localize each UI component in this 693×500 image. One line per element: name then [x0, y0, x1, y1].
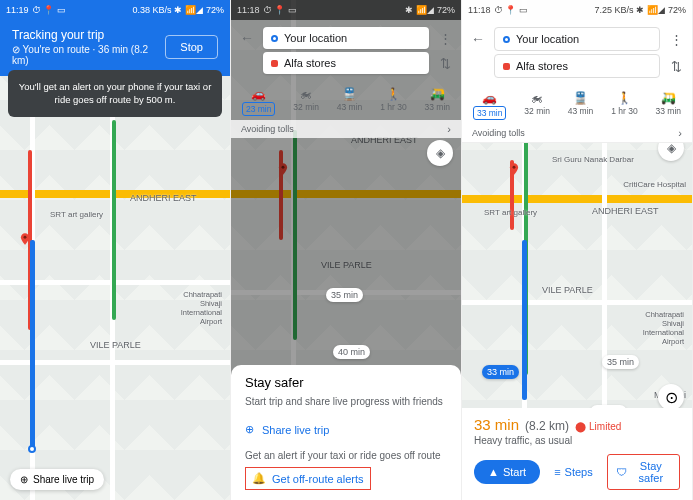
share-live-trip-option[interactable]: ⊕ Share live trip	[245, 417, 447, 442]
mode-car[interactable]: 🚗23 min	[242, 87, 276, 116]
share-label: Share live trip	[262, 424, 329, 436]
label-airport: Chhatrapati Shivaji International Airpor…	[629, 310, 684, 346]
eta-time: 33 min	[474, 416, 519, 433]
stay-safer-sheet: Stay safer Start trip and share live pro…	[231, 365, 461, 500]
walk-icon: 🚶	[617, 91, 632, 105]
label-vileparle: VILE PARLE	[542, 285, 593, 295]
bell-icon: 🔔	[252, 472, 266, 485]
navigate-icon: ▲	[488, 466, 499, 478]
tolls-label: Avoiding tolls	[472, 128, 525, 138]
label-srt: SRT art gallery	[484, 208, 537, 217]
time-chip-35[interactable]: 35 min	[602, 355, 639, 369]
stay-safer-button[interactable]: 🛡Stay safer	[607, 454, 680, 490]
status-bar: 11:18⏱ 📍 ▭ ✱ 📶◢72%	[231, 0, 461, 20]
chevron-right-icon: ›	[447, 123, 451, 135]
train-icon: 🚆	[573, 91, 588, 105]
limited-badge: ⬤Limited	[575, 421, 621, 432]
route-options-strip[interactable]: Avoiding tolls ›	[231, 120, 461, 138]
overflow-menu-icon[interactable]: ⋮	[437, 31, 453, 46]
origin-text: Your location	[516, 33, 579, 45]
label-vileparle: VILE PARLE	[90, 340, 141, 350]
mode-rickshaw[interactable]: 🛺33 min	[656, 91, 682, 120]
back-arrow-icon[interactable]: ←	[239, 30, 255, 46]
destination-pin-icon	[18, 230, 32, 248]
time-chip-35: 35 min	[326, 288, 363, 302]
screen-tracking: ANDHERI EAST VILE PARLE SRT art gallery …	[0, 0, 231, 500]
steps-button[interactable]: ≡Steps	[546, 460, 601, 484]
chevron-right-icon: ›	[678, 127, 682, 139]
layers-button[interactable]: ◈	[427, 140, 453, 166]
travel-mode-tabs: 🚗23 min 🏍32 min 🚆43 min 🚶1 hr 30 🛺33 min	[231, 81, 461, 120]
overflow-menu-icon[interactable]: ⋮	[668, 32, 684, 47]
current-location-dot	[28, 445, 36, 453]
sheet-title: Stay safer	[245, 375, 447, 390]
mode-car-time: 33 min	[473, 106, 507, 120]
share-live-trip-chip[interactable]: ⊕ Share live trip	[10, 469, 104, 490]
mode-walk[interactable]: 🚶1 hr 30	[380, 87, 406, 116]
mode-walk[interactable]: 🚶1 hr 30	[611, 91, 637, 120]
mode-motorcycle[interactable]: 🏍32 min	[293, 87, 319, 116]
stop-button[interactable]: Stop	[165, 35, 218, 59]
svg-point-0	[24, 236, 27, 239]
destination-input[interactable]: Alfa stores	[494, 54, 660, 78]
mode-rick-time: 33 min	[425, 102, 451, 112]
mode-motorcycle[interactable]: 🏍32 min	[524, 91, 550, 120]
mode-car[interactable]: 🚗33 min	[473, 91, 507, 120]
mode-transit[interactable]: 🚆43 min	[568, 91, 594, 120]
person-add-icon: ⊕	[245, 423, 254, 436]
mode-transit-time: 43 min	[568, 106, 594, 116]
time-chip-33-selected[interactable]: 33 min	[482, 365, 519, 379]
mode-car-time: 23 min	[242, 102, 276, 116]
label-gurunanak: Sri Guru Nanak Darbar	[552, 155, 634, 164]
recenter-button[interactable]: ⊙	[658, 384, 684, 410]
safer-label: Stay safer	[631, 460, 671, 484]
directions-header: ← Your location ⋮ Alfa stores ⇅	[462, 20, 692, 85]
mode-walk-time: 1 hr 30	[611, 106, 637, 116]
origin-dot-icon	[503, 36, 510, 43]
svg-point-2	[513, 166, 516, 169]
steps-label: Steps	[565, 466, 593, 478]
destination-input[interactable]: Alfa stores	[263, 52, 429, 74]
mode-moto-time: 32 min	[293, 102, 319, 112]
route-options-strip[interactable]: Avoiding tolls ›	[462, 124, 692, 143]
origin-text: Your location	[284, 32, 347, 44]
time-chip-40: 40 min	[333, 345, 370, 359]
back-arrow-icon[interactable]: ←	[470, 31, 486, 47]
origin-input[interactable]: Your location	[494, 27, 660, 51]
walk-icon: 🚶	[386, 87, 401, 101]
warning-icon: ⬤	[575, 421, 586, 432]
screen-route-overview: Mahakali Caves Sri Guru Nanak Darbar Cri…	[462, 0, 693, 500]
person-add-icon: ⊕	[20, 474, 28, 485]
eta-distance: (8.2 km)	[525, 419, 569, 433]
motorcycle-icon: 🏍	[300, 87, 312, 101]
swap-icon[interactable]: ⇅	[437, 56, 453, 71]
steps-icon: ≡	[554, 466, 560, 478]
tracking-title: Tracking your trip	[12, 28, 165, 42]
destination-text: Alfa stores	[284, 57, 336, 69]
tracking-header: Tracking your trip ⊘ You're on route · 3…	[0, 20, 230, 76]
alert-btn-label: Get off-route alerts	[272, 473, 364, 485]
origin-input[interactable]: Your location	[263, 27, 429, 49]
swap-icon[interactable]: ⇅	[668, 59, 684, 74]
status-bar: 11:18⏱ 📍 ▭ 7.25 KB/s✱ 📶◢72%	[462, 0, 692, 20]
destination-pin-icon	[507, 160, 521, 178]
mode-rickshaw[interactable]: 🛺33 min	[425, 87, 451, 116]
shield-icon: 🛡	[616, 466, 627, 478]
screen-stay-safer-sheet: ANDHERI EAST VILE PARLE 35 min 40 min 11…	[231, 0, 462, 500]
rickshaw-icon: 🛺	[430, 87, 445, 101]
get-off-route-alerts-button[interactable]: 🔔 Get off-route alerts	[245, 467, 371, 490]
location-icon: ⊙	[665, 388, 678, 407]
share-label: Share live trip	[33, 474, 94, 485]
label-andheri: ANDHERI EAST	[592, 206, 659, 216]
directions-header: ← Your location ⋮ Alfa stores ⇅	[231, 20, 461, 81]
alert-toast: You'll get an alert on your phone if you…	[8, 70, 222, 117]
destination-dot-icon	[271, 60, 278, 67]
car-icon: 🚗	[251, 87, 266, 101]
route-summary-panel: 33 min (8.2 km) ⬤Limited Heavy traffic, …	[462, 408, 692, 500]
label-airport: Chhatrapati Shivaji International Airpor…	[162, 290, 222, 326]
sheet-subtitle: Start trip and share live progress with …	[245, 396, 447, 407]
tracking-subtitle: ⊘ You're on route · 36 min (8.2 km)	[12, 44, 165, 66]
start-button[interactable]: ▲Start	[474, 460, 540, 484]
tolls-label: Avoiding tolls	[241, 124, 294, 134]
mode-transit[interactable]: 🚆43 min	[337, 87, 363, 116]
